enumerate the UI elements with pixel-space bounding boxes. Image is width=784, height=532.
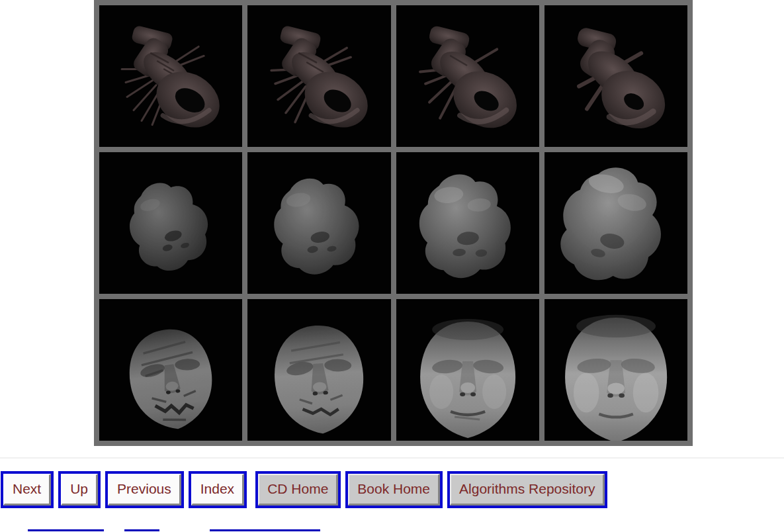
figure-cell	[544, 5, 687, 147]
clipped-link-underline-3[interactable]	[210, 529, 320, 531]
blob-mesh-level-3-image	[396, 152, 539, 294]
figure-cell	[247, 299, 390, 441]
figure-cell	[544, 299, 687, 441]
previous-button[interactable]: Previous	[105, 471, 184, 508]
book-home-button-label: Book Home	[348, 474, 440, 506]
book-home-button[interactable]: Book Home	[345, 471, 443, 508]
figure-cell	[99, 152, 242, 294]
face-mesh-level-4-image	[544, 299, 687, 441]
cd-home-button-label: CD Home	[258, 474, 338, 506]
page: Next Up Previous Index CD Home Book Home…	[0, 0, 784, 532]
previous-button-label: Previous	[108, 474, 181, 506]
figure-cell	[396, 299, 539, 441]
figure-cell	[544, 152, 687, 294]
nav-button-bar: Next Up Previous Index CD Home Book Home…	[1, 471, 607, 508]
figure-cell	[396, 5, 539, 147]
index-button-label: Index	[191, 474, 244, 506]
next-button[interactable]: Next	[1, 471, 54, 508]
algorithms-repository-button[interactable]: Algorithms Repository	[447, 471, 607, 508]
index-button[interactable]: Index	[189, 471, 247, 508]
lobster-mesh-level-4-image	[544, 5, 687, 147]
figure-cell	[247, 152, 390, 294]
figure-cell	[99, 299, 242, 441]
algorithms-repository-button-label: Algorithms Repository	[450, 474, 605, 506]
next-button-label: Next	[3, 474, 51, 506]
lobster-mesh-level-2-image	[247, 5, 390, 147]
figure-mesh-simplification	[94, 0, 693, 446]
blob-mesh-level-4-image	[544, 152, 687, 294]
lobster-mesh-level-3-image	[396, 5, 539, 147]
horizontal-rule	[0, 457, 784, 459]
up-button[interactable]: Up	[58, 471, 101, 508]
lobster-mesh-level-1-image	[99, 5, 242, 147]
face-mesh-level-2-image	[247, 299, 390, 441]
figure-cell	[247, 5, 390, 147]
face-mesh-level-1-image	[99, 299, 242, 441]
figure-cell	[99, 5, 242, 147]
face-mesh-level-3-image	[396, 299, 539, 441]
clipped-link-underline-1[interactable]	[28, 529, 104, 531]
figure-cell	[396, 152, 539, 294]
blob-mesh-level-2-image	[247, 152, 390, 294]
clipped-link-underline-2[interactable]	[124, 529, 159, 531]
cd-home-button[interactable]: CD Home	[255, 471, 341, 508]
blob-mesh-level-1-image	[99, 152, 242, 294]
up-button-label: Up	[61, 474, 98, 506]
